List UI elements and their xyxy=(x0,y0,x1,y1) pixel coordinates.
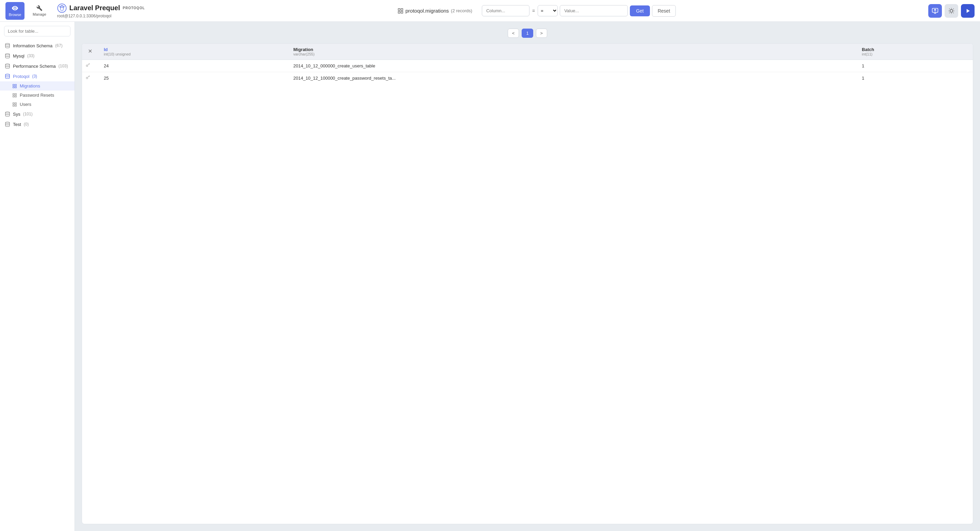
table-header-row: Id int(10) unsigned Migration varchar(25… xyxy=(82,43,973,60)
svg-rect-4 xyxy=(398,11,400,13)
app-name: Laravel Prequel xyxy=(69,4,120,12)
svg-rect-19 xyxy=(15,96,16,97)
svg-rect-3 xyxy=(401,8,402,10)
svg-rect-18 xyxy=(13,96,14,97)
svg-point-25 xyxy=(5,122,10,123)
svg-point-9 xyxy=(5,53,10,55)
row-key-icon-cell xyxy=(82,72,98,85)
table-name: Password Resets xyxy=(20,92,54,98)
db-name: Test xyxy=(13,122,21,127)
table-name: Users xyxy=(20,102,31,107)
svg-rect-22 xyxy=(13,105,14,106)
manage-button[interactable]: Manage xyxy=(30,4,49,18)
sidebar-item-sys[interactable]: Sys (101) xyxy=(0,109,75,119)
svg-point-7 xyxy=(950,9,953,12)
browse-button[interactable]: Browse xyxy=(5,2,24,20)
cell-migration: 2014_10_12_000000_create_users_table xyxy=(288,60,856,72)
cell-id: 24 xyxy=(98,60,288,72)
settings-button[interactable] xyxy=(961,4,975,18)
db-name: Sys xyxy=(13,112,21,117)
key-icon xyxy=(86,63,90,68)
cell-id: 25 xyxy=(98,72,288,85)
db-count: (101) xyxy=(23,112,33,116)
filter-section: = = != < > LIKE Get Reset xyxy=(482,5,676,17)
svg-rect-14 xyxy=(13,86,14,88)
svg-rect-17 xyxy=(15,93,16,95)
db-name: Information Schema xyxy=(13,43,52,48)
db-count: (33) xyxy=(27,53,34,58)
svg-rect-20 xyxy=(13,102,14,104)
table-search-input[interactable] xyxy=(4,26,70,37)
data-table-container: Id int(10) unsigned Migration varchar(25… xyxy=(82,43,973,524)
connection-info: root@127.0.0.1:3306/protoqol xyxy=(57,14,145,18)
operator-label: = xyxy=(531,8,536,14)
db-name: Performance Schema xyxy=(13,64,56,69)
svg-rect-2 xyxy=(398,8,400,10)
table-name: protoqol.migrations xyxy=(406,8,449,14)
pagination: < 1 > xyxy=(82,29,973,38)
table-row: 25 2014_10_12_100000_create_password_res… xyxy=(82,72,973,85)
sidebar-item-password-resets[interactable]: Password Resets xyxy=(0,91,75,100)
logo-section: Laravel Prequel PROTOQOL root@127.0.0.1:… xyxy=(57,3,145,18)
column-input[interactable] xyxy=(482,5,530,16)
sidebar: Information Schema (67) Mysql (33) Perfo… xyxy=(0,22,75,531)
records-count: (2 records) xyxy=(451,8,472,13)
svg-point-24 xyxy=(5,112,10,113)
db-count: (3) xyxy=(32,74,37,79)
sidebar-item-protoqol[interactable]: Protoqol (3) xyxy=(0,71,75,81)
svg-rect-15 xyxy=(15,86,16,88)
get-button[interactable]: Get xyxy=(630,5,650,16)
svg-point-28 xyxy=(86,65,88,67)
col-header-migration: Migration varchar(255) xyxy=(288,43,856,60)
sidebar-item-information-schema[interactable]: Information Schema (67) xyxy=(0,40,75,51)
sidebar-item-users[interactable]: Users xyxy=(0,100,75,109)
sidebar-item-test[interactable]: Test (0) xyxy=(0,119,75,129)
sidebar-item-mysql[interactable]: Mysql (33) xyxy=(0,51,75,61)
svg-rect-16 xyxy=(13,93,14,95)
prev-page-button[interactable]: < xyxy=(508,29,519,38)
next-page-button[interactable]: > xyxy=(536,29,547,38)
value-input[interactable] xyxy=(560,5,628,16)
key-icon xyxy=(86,75,90,80)
theme-button[interactable] xyxy=(945,4,958,18)
topbar: Browse Manage Laravel Prequel PROTOQOL r… xyxy=(0,0,980,22)
export-button[interactable] xyxy=(928,4,942,18)
main-layout: Information Schema (67) Mysql (33) Perfo… xyxy=(0,22,980,531)
svg-point-8 xyxy=(5,43,10,45)
table-label: protoqol.migrations (2 records) xyxy=(398,8,472,14)
col-header-batch: Batch int(11) xyxy=(856,43,973,60)
current-page-button[interactable]: 1 xyxy=(522,29,533,38)
col-actions xyxy=(82,43,98,60)
reset-button[interactable]: Reset xyxy=(652,5,676,17)
table-row: 24 2014_10_12_000000_create_users_table … xyxy=(82,60,973,72)
db-name: Protoqol xyxy=(13,74,29,79)
db-count: (103) xyxy=(59,64,68,69)
content-area: < 1 > Id int(1 xyxy=(75,22,980,531)
svg-point-29 xyxy=(86,77,88,79)
cell-batch: 1 xyxy=(856,72,973,85)
col-header-id: Id int(10) unsigned xyxy=(98,43,288,60)
data-table: Id int(10) unsigned Migration varchar(25… xyxy=(82,43,973,84)
svg-rect-5 xyxy=(401,11,402,13)
manage-label: Manage xyxy=(33,12,46,16)
operator-select[interactable]: = != < > LIKE xyxy=(538,5,558,16)
svg-point-11 xyxy=(5,74,10,75)
cell-migration: 2014_10_12_100000_create_password_resets… xyxy=(288,72,856,85)
app-tag: PROTOQOL xyxy=(123,6,145,10)
db-count: (0) xyxy=(24,122,29,127)
db-name: Mysql xyxy=(13,53,24,59)
sidebar-item-migrations[interactable]: Migrations xyxy=(0,81,75,91)
sidebar-item-performance-schema[interactable]: Performance Schema (103) xyxy=(0,61,75,71)
table-name: Migrations xyxy=(20,83,40,88)
svg-rect-23 xyxy=(15,105,16,106)
svg-rect-21 xyxy=(15,102,16,104)
topbar-center: protoqol.migrations (2 records) = = != <… xyxy=(150,5,923,17)
svg-point-10 xyxy=(5,64,10,65)
svg-point-1 xyxy=(60,6,64,7)
row-key-icon-cell xyxy=(82,60,98,72)
svg-rect-12 xyxy=(13,84,14,85)
cell-batch: 1 xyxy=(856,60,973,72)
svg-rect-13 xyxy=(15,84,16,85)
topbar-actions xyxy=(928,4,975,18)
browse-label: Browse xyxy=(9,13,21,17)
